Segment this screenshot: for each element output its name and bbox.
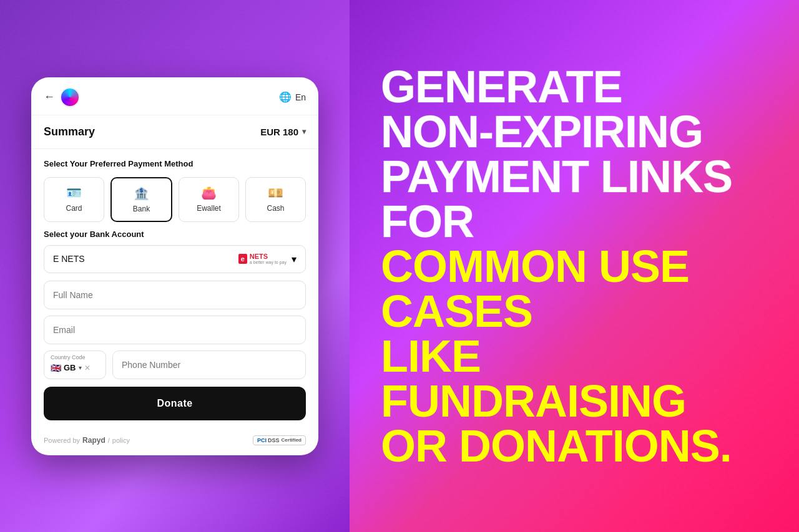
header-right: 🌐 En (279, 91, 306, 103)
bank-account-select[interactable]: E NETS e NETS a better way to pay ▾ (44, 245, 306, 273)
country-clear-icon[interactable]: ✕ (84, 364, 91, 372)
card-label: Card (66, 204, 82, 213)
form-section: Country Code 🇬🇧 GB ▾ ✕ (31, 281, 318, 387)
pci-badge: PCI DSS Certified (253, 435, 306, 445)
payment-method-cash[interactable]: 💴 Cash (245, 177, 306, 222)
payment-method-card[interactable]: 🪪 Card (44, 177, 104, 222)
amount-value: EUR 180 (260, 127, 298, 137)
enets-logo: e NETS a better way to pay (238, 253, 287, 264)
enets-name: E NETS (53, 254, 85, 264)
marketing-line6: OR DONATIONS. (381, 421, 732, 471)
summary-amount[interactable]: EUR 180 ▾ (260, 127, 306, 137)
bank-icon: 🏦 (134, 186, 149, 201)
country-flag: 🇬🇧 (51, 363, 61, 373)
payment-method-ewallet[interactable]: 👛 Ewallet (179, 177, 239, 222)
marketing-text: GENERATE NON-EXPIRING PAYMENT LINKS FOR … (381, 64, 768, 468)
card-icon: 🪪 (66, 185, 82, 200)
marketing-heading: GENERATE NON-EXPIRING PAYMENT LINKS FOR … (381, 64, 768, 468)
donate-section: Donate (31, 387, 318, 429)
country-code-select[interactable]: Country Code 🇬🇧 GB ▾ ✕ (44, 351, 106, 379)
enets-e: e (238, 254, 247, 264)
marketing-line4: COMMON USE CASES (381, 241, 689, 336)
bank-select-left: E NETS (53, 254, 85, 264)
back-button[interactable]: ← (44, 90, 55, 104)
country-code-label: Country Code (51, 354, 86, 360)
cash-label: Cash (267, 204, 284, 213)
marketing-line5: LIKE FUNDRAISING (381, 331, 686, 426)
header-left: ← (44, 87, 80, 107)
bank-chevron: ▾ (292, 253, 297, 265)
ewallet-icon: 👛 (201, 185, 217, 200)
bank-section: Select your Bank Account E NETS e NETS a… (31, 230, 318, 281)
left-panel: ← 🌐 En Summary EUR 180 ▾ Select Your Pre… (0, 0, 350, 532)
summary-section: Summary EUR 180 ▾ (31, 115, 318, 149)
phone-number-input[interactable] (112, 351, 306, 379)
globe-icon: 🌐 (279, 91, 292, 103)
amount-chevron: ▾ (302, 127, 306, 136)
pci-text: PCI (257, 437, 267, 443)
email-input[interactable] (44, 316, 306, 344)
marketing-line2: NON-EXPIRING (381, 107, 703, 157)
separator: / (108, 437, 110, 444)
enets-tagline: a better way to pay (250, 260, 287, 264)
payment-method-bank[interactable]: 🏦 Bank (110, 177, 172, 222)
phone-footer: Powered by Rapyd / policy PCI DSS Certif… (31, 429, 318, 455)
summary-title: Summary (44, 125, 95, 138)
payment-section: Select Your Preferred Payment Method 🪪 C… (31, 149, 318, 230)
ewallet-label: Ewallet (197, 204, 221, 213)
phone-row: Country Code 🇬🇧 GB ▾ ✕ (44, 351, 306, 379)
donate-button[interactable]: Donate (44, 387, 306, 420)
phone-header: ← 🌐 En (31, 77, 318, 115)
bank-account-title: Select your Bank Account (44, 230, 306, 239)
payment-methods-list: 🪪 Card 🏦 Bank 👛 Ewallet 💴 Cash (44, 177, 306, 222)
cash-icon: 💴 (268, 185, 283, 200)
powered-by-text: Powered by (44, 437, 80, 444)
marketing-line3: PAYMENT LINKS FOR (381, 152, 732, 246)
enets-nets: NETS (250, 253, 287, 260)
right-panel: GENERATE NON-EXPIRING PAYMENT LINKS FOR … (350, 0, 799, 532)
full-name-input[interactable] (44, 281, 306, 309)
rapyd-brand: Rapyd (82, 436, 105, 445)
powered-by: Powered by Rapyd / policy (44, 436, 130, 445)
logo-icon (60, 87, 80, 107)
bank-select-right: e NETS a better way to pay ▾ (238, 253, 297, 265)
payment-section-title: Select Your Preferred Payment Method (44, 159, 306, 168)
language-label[interactable]: En (295, 92, 306, 102)
country-chevron-icon: ▾ (79, 364, 82, 371)
bank-label: Bank (133, 205, 150, 213)
marketing-line1: GENERATE (381, 62, 622, 112)
dss-text: DSS (268, 437, 280, 443)
certified-text: Certified (282, 437, 301, 443)
phone-mockup: ← 🌐 En Summary EUR 180 ▾ Select Your Pre… (31, 77, 318, 455)
country-code-value: GB (64, 363, 76, 372)
policy-link[interactable]: policy (112, 437, 130, 444)
